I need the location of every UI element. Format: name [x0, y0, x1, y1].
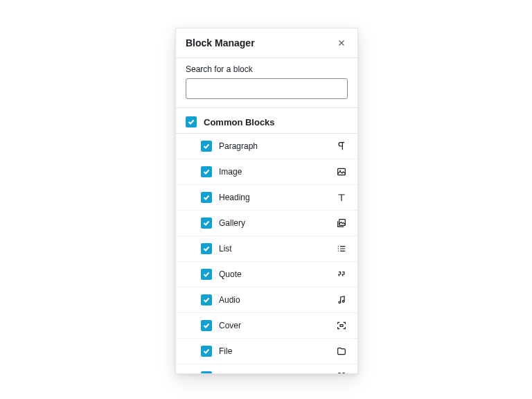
block-checkbox[interactable] [201, 320, 212, 331]
block-label: Video [219, 372, 328, 374]
svg-point-3 [338, 246, 339, 247]
block-item-list: List [176, 236, 357, 262]
block-checkbox[interactable] [201, 243, 212, 254]
block-item-quote: Quote [176, 262, 357, 287]
svg-point-6 [339, 301, 341, 303]
block-checkbox[interactable] [201, 192, 212, 203]
block-label: Paragraph [219, 141, 328, 151]
block-label: Quote [219, 269, 328, 279]
category-row: Common Blocks [176, 108, 357, 134]
audio-icon [335, 294, 348, 306]
close-icon[interactable] [335, 37, 348, 49]
block-label: Cover [219, 321, 328, 330]
modal-title: Block Manager [186, 37, 255, 48]
modal-header: Block Manager [176, 28, 357, 58]
video-icon [335, 371, 348, 374]
block-checkbox[interactable] [201, 166, 212, 177]
svg-point-4 [338, 248, 339, 249]
paragraph-icon [335, 140, 348, 152]
block-label: Image [219, 167, 328, 177]
heading-icon [335, 191, 348, 204]
block-label: List [219, 244, 328, 254]
block-label: File [219, 346, 328, 356]
block-item-gallery: Gallery [176, 211, 357, 236]
file-icon [335, 345, 348, 357]
block-label: Heading [219, 193, 328, 202]
search-label: Search for a block [186, 64, 348, 74]
quote-icon [335, 268, 348, 281]
image-icon [335, 166, 348, 178]
svg-rect-0 [338, 168, 346, 175]
category-title: Common Blocks [204, 117, 275, 127]
block-item-paragraph: Paragraph [176, 134, 357, 159]
block-checkbox[interactable] [201, 269, 212, 280]
svg-point-1 [340, 170, 341, 171]
block-label: Gallery [219, 218, 328, 228]
block-checkbox[interactable] [201, 371, 212, 374]
svg-rect-2 [339, 220, 346, 226]
cover-icon [335, 319, 348, 332]
block-checkbox[interactable] [201, 141, 212, 152]
block-item-heading: Heading [176, 185, 357, 211]
block-item-image: Image [176, 159, 357, 185]
block-item-cover: Cover [176, 313, 357, 339]
block-label: Audio [219, 295, 328, 305]
search-input[interactable] [186, 78, 348, 99]
svg-point-7 [342, 301, 344, 303]
block-checkbox[interactable] [201, 294, 212, 305]
block-checkbox[interactable] [201, 346, 212, 357]
list-icon [335, 242, 348, 255]
search-section: Search for a block [176, 58, 357, 108]
block-item-video: Video [176, 364, 357, 374]
block-item-file: File [176, 339, 357, 364]
gallery-icon [335, 217, 348, 229]
block-manager-modal: Block Manager Search for a block Common … [175, 28, 358, 374]
svg-point-5 [338, 251, 339, 251]
category-checkbox[interactable] [186, 116, 197, 127]
block-checkbox[interactable] [201, 218, 212, 229]
block-item-audio: Audio [176, 287, 357, 313]
svg-rect-8 [340, 325, 343, 327]
blocks-list: Paragraph Image Heading Gallery [176, 134, 357, 374]
